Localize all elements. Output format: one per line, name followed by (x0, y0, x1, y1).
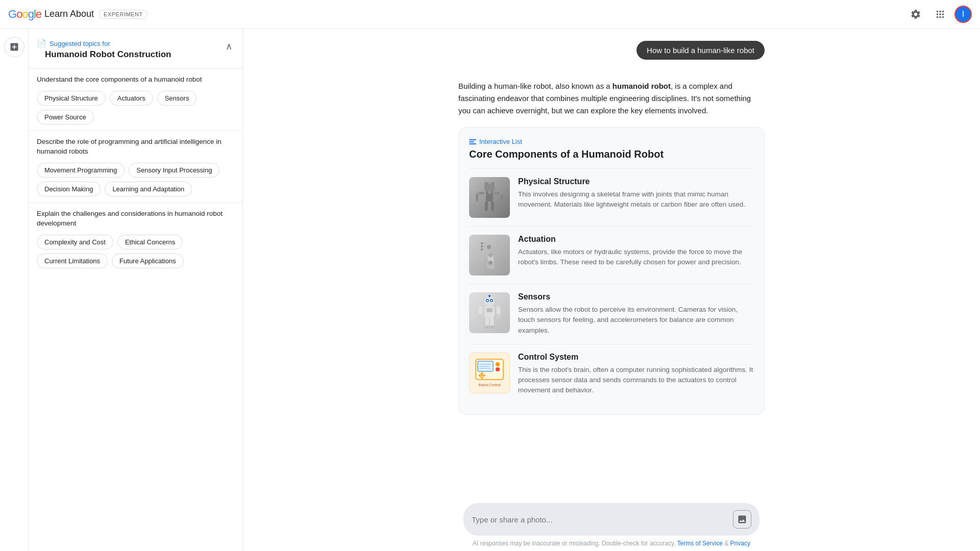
list-item-control-system[interactable]: Robot Control Control System This is the… (469, 344, 754, 404)
robot-arm-svg (472, 237, 507, 273)
new-chat-button[interactable] (4, 37, 24, 57)
svg-point-11 (500, 192, 502, 194)
google-logo-text: Google (8, 8, 41, 21)
suggested-label-text: Suggested topics for (50, 40, 110, 47)
chip-learning-adaptation[interactable]: Learning and Adaptation (105, 182, 192, 196)
svg-point-21 (481, 242, 483, 244)
sidebar-toggle-area (0, 29, 29, 551)
svg-rect-38 (490, 317, 494, 327)
item-content-physical-structure: Physical Structure This involves designi… (518, 177, 754, 218)
chip-sensory-input-processing[interactable]: Sensory Input Processing (129, 163, 219, 178)
item-desc-physical-structure: This involves designing a skeletal frame… (518, 189, 754, 210)
item-title-control-system: Control System (518, 353, 754, 362)
sidebar-section-1: Understand the core components of a huma… (29, 68, 242, 131)
chip-sensors[interactable]: Sensors (157, 91, 197, 106)
item-title-physical-structure: Physical Structure (518, 177, 754, 186)
suggested-label-group: 📄 Suggested topics for Humanoid Robot Co… (37, 39, 179, 66)
svg-point-46 (496, 362, 500, 366)
svg-point-9 (488, 191, 491, 194)
svg-point-10 (477, 192, 480, 194)
svg-point-23 (481, 248, 483, 251)
svg-rect-32 (486, 308, 493, 312)
item-content-sensors: Sensors Sensors allow the robot to perce… (518, 292, 754, 336)
item-desc-sensors: Sensors allow the robot to perceive its … (518, 305, 754, 336)
section-2-chips: Movement Programming Sensory Input Proce… (37, 163, 234, 196)
main-content: How to build a human-like robot Building… (243, 29, 980, 551)
chip-complexity-cost[interactable]: Complexity and Cost (37, 235, 113, 249)
suggested-label: 📄 Suggested topics for (37, 39, 179, 48)
chip-decision-making[interactable]: Decision Making (37, 182, 101, 196)
card-title: Core Components of a Humanoid Robot (469, 148, 754, 160)
control-system-svg: Robot Control (472, 355, 507, 391)
svg-rect-6 (485, 202, 488, 211)
chip-power-source[interactable]: Power Source (37, 110, 94, 124)
item-title-sensors: Sensors (518, 292, 754, 302)
query-badge: How to build a human-like robot (636, 41, 765, 60)
chip-ethical-concerns[interactable]: Ethical Concerns (117, 235, 183, 249)
intro-text: Building a human-like robot, also known … (458, 80, 765, 117)
svg-point-8 (488, 182, 491, 184)
avatar[interactable]: I (954, 6, 972, 23)
left-sidebar: 📄 Suggested topics for Humanoid Robot Co… (29, 29, 243, 551)
svg-point-17 (487, 245, 491, 249)
svg-point-27 (487, 300, 488, 302)
svg-rect-5 (501, 194, 503, 201)
svg-text:Robot Control: Robot Control (478, 383, 501, 387)
suggested-icon: 📄 (37, 39, 46, 48)
collapse-sidebar-button[interactable]: ∧ (224, 39, 234, 54)
item-image-control-system: Robot Control (469, 353, 510, 393)
intro-bold: humanoid robot (612, 82, 671, 90)
svg-point-35 (478, 314, 482, 319)
intro-before: Building a human-like robot, also known … (458, 82, 612, 90)
footer-disclaimer: AI responses may be inaccurate or mislea… (473, 540, 675, 547)
svg-point-47 (496, 367, 500, 371)
svg-rect-51 (481, 377, 482, 379)
svg-point-36 (497, 314, 501, 319)
section-2-heading: Describe the role of programming and art… (37, 137, 234, 157)
list-item-sensors[interactable]: Sensors Sensors allow the robot to perce… (469, 284, 754, 344)
list-icon (469, 139, 476, 144)
settings-icon (910, 9, 921, 20)
svg-rect-53 (484, 375, 485, 376)
item-image-actuation (469, 235, 510, 276)
header: Google Learn About EXPERIMENT I (0, 0, 980, 29)
section-1-chips: Physical Structure Actuators Sensors Pow… (37, 91, 234, 124)
chip-actuators[interactable]: Actuators (110, 91, 153, 106)
chip-physical-structure[interactable]: Physical Structure (37, 91, 106, 106)
section-3-chips: Complexity and Cost Ethical Concerns Cur… (37, 235, 234, 268)
privacy-link[interactable]: Privacy (730, 540, 750, 547)
svg-point-16 (488, 253, 493, 257)
svg-rect-7 (491, 202, 494, 211)
item-content-control-system: Control System This is the robot's brain… (518, 353, 754, 396)
chip-future-applications[interactable]: Future Applications (112, 254, 184, 268)
chip-movement-programming[interactable]: Movement Programming (37, 163, 125, 178)
item-image-physical-structure (469, 177, 510, 218)
svg-point-39 (484, 325, 489, 329)
main-layout: 📄 Suggested topics for Humanoid Robot Co… (0, 29, 980, 551)
chip-current-limitations[interactable]: Current Limitations (37, 254, 108, 268)
apps-button[interactable] (930, 4, 950, 24)
sidebar-header: 📄 Suggested topics for Humanoid Robot Co… (29, 35, 242, 68)
image-upload-button[interactable] (733, 510, 751, 529)
section-3-heading: Explain the challenges and consideration… (37, 209, 234, 229)
terms-link[interactable]: Terms of Service (677, 540, 723, 547)
topic-title: Humanoid Robot Construction (37, 48, 179, 66)
card-label: Interactive List (469, 138, 754, 145)
image-icon (737, 514, 747, 524)
robot-skeleton-svg (472, 180, 507, 215)
google-logo-group[interactable]: Google Learn About EXPERIMENT (8, 8, 148, 21)
list-item-actuation[interactable]: Actuation Actuators, like motors or hydr… (469, 226, 754, 284)
item-content-actuation: Actuation Actuators, like motors or hydr… (518, 235, 754, 276)
list-item-physical-structure[interactable]: Physical Structure This involves designi… (469, 168, 754, 226)
svg-point-28 (491, 300, 493, 302)
learn-about-text: Learn About (44, 9, 94, 19)
svg-point-22 (481, 245, 483, 247)
settings-button[interactable] (905, 4, 926, 24)
svg-rect-52 (479, 375, 480, 376)
sidebar-section-3: Explain the challenges and consideration… (29, 203, 242, 274)
svg-rect-3 (476, 194, 478, 201)
footer-and: & (724, 540, 730, 547)
svg-point-40 (489, 325, 495, 329)
chat-input[interactable] (472, 515, 729, 524)
input-bar (463, 503, 760, 536)
